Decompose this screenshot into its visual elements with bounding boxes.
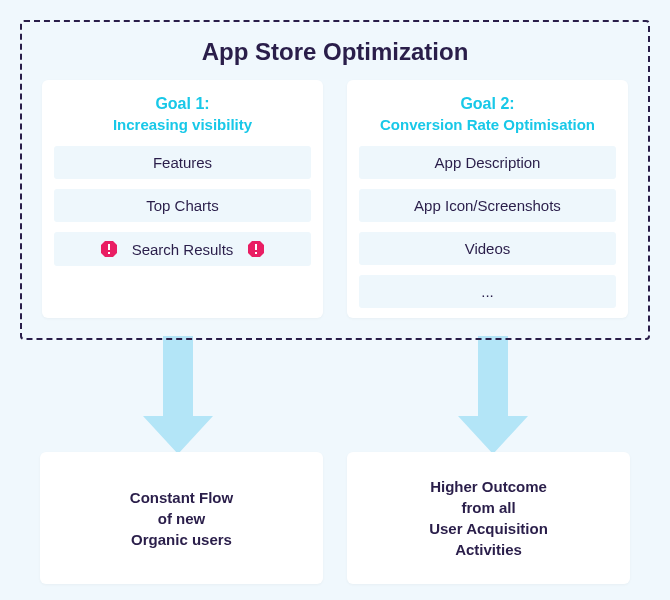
goal2-item-more: ... <box>359 275 616 308</box>
goal2-item-app-icon-screenshots: App Icon/Screenshots <box>359 189 616 222</box>
item-label: ... <box>481 283 494 300</box>
outcome2-text: Higher Outcome from all User Acquisition… <box>429 476 548 560</box>
goal1-item-top-charts: Top Charts <box>54 189 311 222</box>
outcomes-row: Constant Flow of new Organic users Highe… <box>20 452 650 584</box>
goal1-item-search-results: Search Results <box>54 232 311 266</box>
svg-rect-2 <box>108 252 110 254</box>
item-label: App Icon/Screenshots <box>414 197 561 214</box>
item-label: Videos <box>465 240 511 257</box>
svg-rect-4 <box>255 244 257 250</box>
main-title: App Store Optimization <box>42 38 628 66</box>
item-label: Features <box>153 154 212 171</box>
svg-marker-6 <box>143 336 213 454</box>
svg-rect-1 <box>108 244 110 250</box>
goals-row: Goal 1: Increasing visibility Features T… <box>42 80 628 318</box>
svg-marker-7 <box>458 336 528 454</box>
goal1-item-features: Features <box>54 146 311 179</box>
goal2-sub: Conversion Rate Optimisation <box>359 115 616 135</box>
alert-icon <box>100 240 118 258</box>
item-label: App Description <box>435 154 541 171</box>
svg-rect-5 <box>255 252 257 254</box>
aso-container: App Store Optimization Goal 1: Increasin… <box>20 20 650 340</box>
item-label: Search Results <box>132 241 234 258</box>
goal1-sub: Increasing visibility <box>54 115 311 135</box>
outcome-card-1: Constant Flow of new Organic users <box>40 452 323 584</box>
goal-card-1: Goal 1: Increasing visibility Features T… <box>42 80 323 318</box>
goal1-heading: Goal 1: Increasing visibility <box>54 94 311 134</box>
alert-icon <box>247 240 265 258</box>
outcome-card-2: Higher Outcome from all User Acquisition… <box>347 452 630 584</box>
item-label: Top Charts <box>146 197 219 214</box>
goal2-heading: Goal 2: Conversion Rate Optimisation <box>359 94 616 134</box>
arrow-2 <box>335 336 650 456</box>
goal-card-2: Goal 2: Conversion Rate Optimisation App… <box>347 80 628 318</box>
goal2-item-app-description: App Description <box>359 146 616 179</box>
arrow-zone <box>20 336 650 456</box>
goal2-label: Goal 2: <box>460 95 514 112</box>
arrow-1 <box>20 336 335 456</box>
goal2-item-videos: Videos <box>359 232 616 265</box>
outcome1-text: Constant Flow of new Organic users <box>130 487 233 550</box>
goal1-label: Goal 1: <box>155 95 209 112</box>
